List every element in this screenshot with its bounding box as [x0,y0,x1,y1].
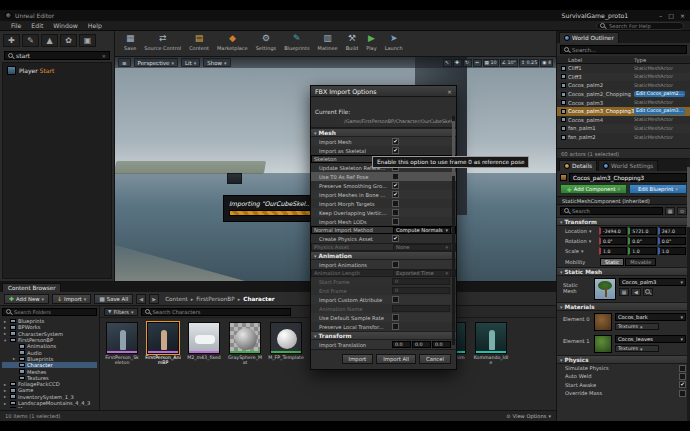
add-component-button[interactable]: ✚Add Component▾ [560,184,627,194]
checkbox[interactable]: ✔ [392,147,399,154]
column-type[interactable]: Type [634,57,690,63]
actor-type[interactable]: Edit Cocos_palm2... [634,91,688,98]
outliner-row[interactable]: Cocos_palm3 StaticMeshActor [557,98,690,107]
details-eye-icon[interactable]: ⊙ [677,207,687,215]
toolbar-button[interactable]: ▥ Matinee [318,33,338,51]
tab-world-settings[interactable]: World Settings [598,160,658,171]
toolbar-button[interactable]: ➤ Launch [385,33,403,51]
actor-type[interactable]: StaticMeshActor [634,126,688,131]
minimize-button[interactable]: – [659,12,662,19]
asset-tile[interactable]: Kommando_Idle [473,322,509,366]
actor-type[interactable]: Edit Cocos_palm3... [634,108,688,115]
mode-button[interactable]: ✎ [22,34,39,47]
expand-arrow-icon[interactable]: ▸ [4,407,8,408]
column-label[interactable]: Label [557,57,634,63]
asset-tile[interactable]: FirstPerson_AnimBP [145,322,181,366]
checkbox[interactable] [679,365,686,372]
placeable-item-player-start[interactable]: Player Start [3,63,111,78]
toolbar-button[interactable]: ▤ Content [189,33,209,51]
text-input[interactable] [392,305,450,312]
text-input[interactable]: 0 [392,278,450,285]
physics-section-header[interactable]: ▾Physics [557,355,690,364]
text-input[interactable]: 0 [392,287,450,294]
gizmo-button[interactable]: ↖ [443,59,452,67]
mobility-option[interactable]: Movable [625,258,656,266]
asset-tile[interactable]: GraySphere_Mat [227,322,263,366]
cancel-button[interactable]: Cancel [419,354,451,364]
search-assets-input[interactable]: Search Characters [141,308,291,316]
browse-to-asset-icon[interactable]: ▦ [619,288,629,296]
material-thumbnail[interactable] [594,313,612,331]
mobility-option[interactable]: Static [600,258,624,266]
show-flags-dropdown[interactable]: Show▾ [203,58,230,67]
clear-search-icon[interactable]: × [101,53,106,59]
import-all-button[interactable]: Import All [376,354,416,364]
checkbox[interactable]: ✔ [679,381,686,388]
toolbar-button[interactable]: ◆ Marketplace [217,33,248,51]
tab-content-browser[interactable]: Content Browser [2,283,61,292]
perspective-dropdown[interactable]: Perspective▾ [134,58,178,67]
viewport-options-menu[interactable]: ≡ [118,58,131,67]
dropdown[interactable]: Compute Normals▾ [393,227,451,234]
outliner-row[interactable]: Cocos_palm3_Chopping3 Edit Cocos_palm3..… [557,107,690,116]
maximize-button[interactable]: □ [668,12,674,19]
expand-arrow-icon[interactable]: ▸ [4,382,8,387]
actor-type[interactable]: StaticMeshActor [634,100,688,105]
x-value-input[interactable]: 0.0° [599,237,627,245]
breadcrumb-content[interactable]: Content [165,296,188,302]
textures-expander[interactable]: Textures▾ [615,345,659,352]
y-value-input[interactable]: 1.0 [628,247,656,255]
gizmo-button[interactable]: ▦ 10 [483,59,499,67]
details-search-input[interactable]: Search [560,207,663,215]
add-new-button[interactable]: ✚Add New▾ [4,294,49,304]
dropdown[interactable]: Exported Time▾ [393,270,451,277]
checkbox[interactable] [392,314,399,321]
dialog-title-bar[interactable]: FBX Import Options × [311,86,456,97]
use-selected-icon[interactable]: ◀ [631,288,641,296]
asset-tile[interactable]: M2_m43_fixed [186,322,222,366]
toolbar-button[interactable]: ⚙ Settings [256,33,277,51]
gizmo-button[interactable]: ✚ [453,59,462,67]
breadcrumb-firstpersonbp[interactable]: FirstPersonBP [196,296,234,302]
edit-blueprint-button[interactable]: Edit Blueprint▾ [629,184,687,194]
transform-section-header[interactable]: ▾Transform [311,331,456,340]
mode-button[interactable]: ✿ [60,34,77,47]
transform-label[interactable]: Rotation▾ [565,238,598,244]
expand-arrow-icon[interactable]: ▸ [4,401,8,406]
vector-input[interactable]: 0.00.00.0 [392,341,451,348]
expand-arrow-icon[interactable]: ▸ [13,356,17,361]
actor-type[interactable]: StaticMeshActor [634,66,688,71]
expand-arrow-icon[interactable]: ▸ [4,325,8,330]
menu-edit[interactable]: Edit [26,22,48,29]
tab-world-outliner[interactable]: World Outliner [559,32,619,43]
asset-tile[interactable]: M_FP_Template [268,322,304,366]
folder-tree-item[interactable]: ▸ Maps [2,406,97,408]
outliner-row[interactable]: fan_palm2 StaticMeshActor [557,133,690,142]
help-search-input[interactable]: Search For Help [596,22,684,30]
search-folders-input[interactable]: Search Folders [2,308,97,316]
checkbox[interactable] [679,390,686,397]
import-button[interactable]: Import [342,354,374,364]
actor-type[interactable]: StaticMeshActor [634,117,688,122]
material-dropdown[interactable]: Cocos_leaves▾ [615,335,686,343]
toolbar-button[interactable]: ⚒ Build [346,33,359,51]
outliner-row[interactable]: Cliff1 StaticMeshActor [557,64,690,73]
expand-arrow-icon[interactable]: ▸ [4,319,8,324]
expand-arrow-icon[interactable]: ▸ [4,331,8,336]
view-mode-dropdown[interactable]: Lit▾ [181,58,200,67]
gizmo-button[interactable]: ↔ [473,59,482,67]
outliner-row[interactable]: Cocos_palm2 StaticMeshActor [557,81,690,90]
menu-window[interactable]: Window [48,22,82,29]
asset-tile[interactable]: FirstPerson_Skeleton [104,322,140,366]
x-value-input[interactable]: -2494.0 [599,227,627,235]
gizmo-button[interactable]: ↻ [463,59,472,67]
back-button[interactable]: ◀ [136,294,146,304]
checkbox[interactable]: ✔ [392,235,399,242]
static-mesh-dropdown[interactable]: Cocos_palm3▾ [619,278,686,286]
outliner-row[interactable]: Cocos_palm4 StaticMeshActor [557,116,690,125]
material-thumbnail[interactable] [594,335,612,353]
material-dropdown[interactable]: Cocos_bark▾ [615,313,686,321]
transform-section-header[interactable]: ▾Transform [557,217,690,226]
gizmo-button[interactable]: ↕ 0.25 [519,59,539,67]
mode-button[interactable]: ✚ [3,34,20,47]
